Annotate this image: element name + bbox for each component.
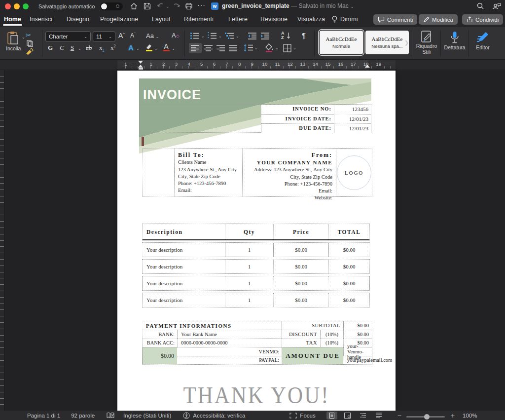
focus-label[interactable]: Focus bbox=[300, 413, 315, 419]
text-effects-chevron-icon[interactable]: ⌄ bbox=[136, 46, 140, 51]
bill-to-cell[interactable]: Bill To: Clients Name 123 Anywhere St., … bbox=[174, 149, 242, 196]
subscript-button[interactable]: x2 bbox=[99, 44, 105, 53]
table-row[interactable]: Your description 1 $0.00 $0.00 bbox=[142, 242, 370, 257]
underline-chevron-icon[interactable]: ⌄ bbox=[78, 46, 81, 51]
numbered-list-button[interactable] bbox=[207, 32, 217, 39]
table-row[interactable]: Your description 1 $0.00 $0.00 bbox=[142, 259, 370, 274]
redo-icon[interactable] bbox=[172, 2, 181, 10]
payment-table[interactable]: PAYMENT INFORMATIONS SUBTOTAL $0.00 BANK… bbox=[142, 321, 372, 365]
zoom-out-button[interactable]: − bbox=[397, 412, 401, 420]
vertical-ruler[interactable] bbox=[0, 70, 4, 411]
hanging-indent-marker[interactable] bbox=[138, 65, 143, 68]
line-spacing-button[interactable] bbox=[244, 44, 253, 52]
font-color-button[interactable]: A bbox=[163, 43, 170, 51]
right-indent-marker[interactable] bbox=[365, 65, 370, 68]
print-icon[interactable] bbox=[184, 2, 193, 10]
zoom-slider-knob[interactable] bbox=[424, 414, 430, 420]
proofing-icon[interactable] bbox=[107, 412, 114, 419]
edit-mode-button[interactable]: Modifica bbox=[419, 14, 458, 25]
undo-icon[interactable] bbox=[156, 2, 165, 10]
title-chevron-icon[interactable]: ⌄ bbox=[350, 4, 354, 9]
document-page[interactable]: INVOICE INVOICE NO: 123456 INVOICE DATE:… bbox=[117, 71, 396, 411]
save-icon[interactable] bbox=[143, 2, 151, 10]
align-right-button[interactable] bbox=[216, 45, 225, 51]
home-icon[interactable] bbox=[130, 2, 138, 10]
tab-progettazione[interactable]: Progettazione bbox=[100, 16, 138, 23]
invoice-meta-table[interactable]: INVOICE NO: 123456 INVOICE DATE: 12/01/2… bbox=[139, 104, 371, 133]
tab-home[interactable]: Home bbox=[4, 16, 21, 23]
meta-value[interactable]: 12/01/23 bbox=[334, 123, 371, 133]
cell-qty[interactable]: 1 bbox=[225, 260, 273, 273]
print-layout-view-button[interactable] bbox=[326, 412, 337, 420]
search-icon[interactable] bbox=[476, 2, 485, 10]
cell-qty[interactable]: 1 bbox=[225, 276, 273, 290]
from-cell[interactable]: From: YOUR COMPANY NAME Address: 123 Any… bbox=[242, 149, 336, 196]
outline-view-button[interactable] bbox=[358, 412, 369, 420]
superscript-button[interactable]: x2 bbox=[110, 44, 116, 52]
items-table[interactable]: Description Qty Price TOTAL Your descrip… bbox=[142, 224, 370, 307]
highlight-chevron-icon[interactable]: ⌄ bbox=[154, 46, 158, 51]
tab-revisione[interactable]: Revisione bbox=[260, 16, 288, 23]
bullet-list-button[interactable] bbox=[190, 32, 200, 39]
logo-cell[interactable]: LOGO bbox=[336, 149, 372, 196]
decrease-indent-button[interactable] bbox=[248, 32, 257, 39]
cell-description[interactable]: Your description bbox=[143, 260, 225, 273]
document-canvas[interactable]: INVOICE INVOICE NO: 123456 INVOICE DATE:… bbox=[0, 70, 505, 411]
styles-pane-button[interactable]: RiquadroStili bbox=[414, 30, 439, 55]
bullet-list-chevron-icon[interactable]: ⌄ bbox=[201, 34, 205, 38]
cell-total[interactable]: $0.00 bbox=[328, 243, 369, 257]
cell-price[interactable]: $0.00 bbox=[273, 243, 328, 257]
bold-button[interactable]: G bbox=[48, 44, 53, 52]
left-indent-marker[interactable] bbox=[139, 68, 143, 70]
minimize-window-button[interactable] bbox=[14, 3, 20, 9]
logo-placeholder[interactable]: LOGO bbox=[337, 155, 371, 190]
tab-riferimenti[interactable]: Riferimenti bbox=[184, 16, 214, 23]
undo-chevron-icon[interactable]: ⌄ bbox=[166, 4, 170, 9]
align-left-button[interactable] bbox=[189, 43, 202, 53]
tab-lettere[interactable]: Lettere bbox=[228, 16, 248, 23]
autosave-toggle[interactable] bbox=[100, 2, 123, 10]
subtotal-value[interactable]: $0.00 bbox=[343, 321, 372, 330]
font-size-select[interactable]: 11 ⌄ bbox=[93, 31, 115, 42]
editor-button[interactable]: Editor bbox=[471, 31, 494, 50]
increase-indent-button[interactable] bbox=[260, 32, 270, 39]
copy-button[interactable] bbox=[26, 39, 34, 47]
cut-button[interactable]: ✂ bbox=[26, 31, 31, 39]
table-row[interactable]: Your description 1 $0.00 $0.00 bbox=[142, 293, 370, 307]
clear-formatting-button[interactable]: A◇ bbox=[172, 32, 180, 39]
shrink-font-button[interactable]: Aˇ bbox=[130, 32, 136, 39]
cell-qty[interactable]: 1 bbox=[225, 293, 273, 307]
numbered-list-chevron-icon[interactable]: ⌄ bbox=[218, 34, 222, 38]
zoom-window-button[interactable] bbox=[23, 3, 29, 9]
underline-button[interactable]: S bbox=[71, 44, 74, 52]
zoom-slider[interactable] bbox=[406, 413, 445, 419]
cell-total[interactable]: $0.00 bbox=[328, 276, 369, 290]
font-color-chevron-icon[interactable]: ⌄ bbox=[172, 46, 175, 51]
language-indicator[interactable]: Inglese (Stati Uniti) bbox=[123, 413, 171, 419]
table-row[interactable]: Your description 1 $0.00 $0.00 bbox=[142, 276, 370, 291]
payment-row-value[interactable]: your-Venmo-handle bbox=[343, 347, 372, 355]
dictate-button[interactable]: Dettatura bbox=[443, 31, 467, 50]
cell-description[interactable]: Your description bbox=[143, 276, 225, 290]
payment-row-value[interactable]: Your Bank Name bbox=[177, 330, 282, 338]
presence-people-icon[interactable] bbox=[492, 2, 502, 10]
tab-disegno[interactable]: Disegno bbox=[67, 16, 89, 23]
style-normal[interactable]: AaBbCcDdEe Normale bbox=[320, 31, 363, 54]
word-count[interactable]: 92 parole bbox=[71, 413, 95, 419]
discount-percent[interactable]: (10%) bbox=[320, 330, 343, 338]
grow-font-button[interactable]: A^ bbox=[118, 32, 125, 39]
document-title[interactable]: green_invoice_template — Salvato in mio … bbox=[222, 2, 354, 9]
close-window-button[interactable] bbox=[5, 3, 11, 9]
format-painter-button[interactable] bbox=[25, 48, 34, 56]
meta-value[interactable]: 12/01/23 bbox=[334, 114, 371, 123]
sort-button[interactable]: AZ bbox=[281, 31, 285, 40]
shading-button[interactable] bbox=[265, 43, 274, 52]
borders-button[interactable] bbox=[283, 44, 291, 52]
tab-dimmi[interactable]: Dimmi bbox=[340, 16, 358, 23]
cell-total[interactable]: $0.00 bbox=[328, 293, 369, 307]
focus-icon[interactable] bbox=[289, 413, 297, 419]
cell-price[interactable]: $0.00 bbox=[273, 276, 328, 290]
tax-percent[interactable]: (10%) bbox=[320, 339, 343, 347]
strikethrough-button[interactable]: ab bbox=[86, 44, 92, 52]
borders-chevron-icon[interactable]: ⌄ bbox=[293, 46, 296, 50]
